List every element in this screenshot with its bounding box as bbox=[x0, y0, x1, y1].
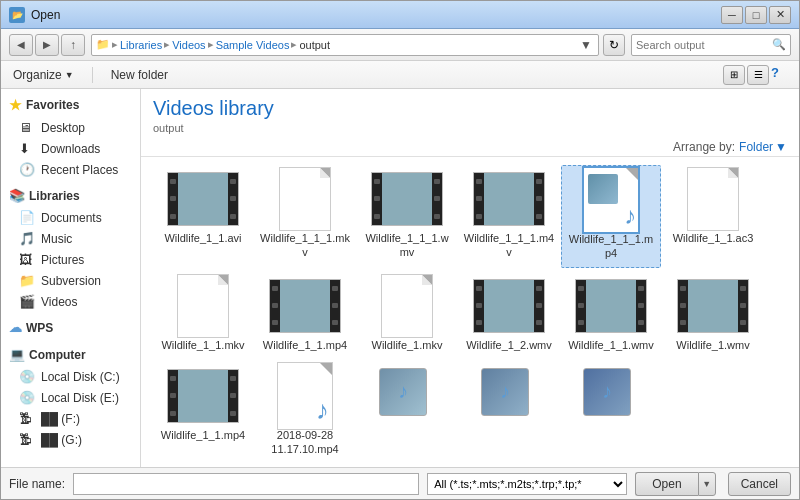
view-details-button[interactable]: ☰ bbox=[747, 65, 769, 85]
file-item-selected[interactable]: ♪ Wildlife_1_1_1.mp4 bbox=[561, 165, 661, 268]
filetype-select[interactable]: All (*.ts;*.mts;*.m2ts;*.trp;*.tp;* bbox=[427, 473, 627, 495]
sidebar-item-drive-g[interactable]: 🗜 ██ (G:) bbox=[1, 429, 140, 450]
arrange-value-text: Folder bbox=[739, 140, 773, 154]
computer-icon: 💻 bbox=[9, 347, 25, 362]
file-name: 2018-09-2811.17.10.mp4 bbox=[271, 428, 338, 457]
content-header: Videos library output bbox=[141, 89, 799, 138]
file-item[interactable]: Wildlife_1_1.mkv bbox=[153, 272, 253, 358]
file-item[interactable]: Wildlife_1_2.wmv bbox=[459, 272, 559, 358]
path-output[interactable]: output bbox=[299, 39, 330, 51]
refresh-button[interactable]: ↻ bbox=[603, 34, 625, 56]
file-item[interactable]: Wildlife_1_1.mp4 bbox=[153, 362, 253, 463]
drive-f-icon: 🗜 bbox=[19, 411, 35, 426]
sidebar-computer-header[interactable]: 💻 Computer bbox=[1, 343, 140, 366]
close-button[interactable]: ✕ bbox=[769, 6, 791, 24]
window-title: Open bbox=[31, 8, 60, 22]
forward-button[interactable]: ▶ bbox=[35, 34, 59, 56]
address-bar[interactable]: 📁 ▸ Libraries ▸ Videos ▸ Sample Videos ▸… bbox=[91, 34, 599, 56]
file-item[interactable]: Wildlife_1_1.avi bbox=[153, 165, 253, 268]
new-folder-button[interactable]: New folder bbox=[107, 66, 172, 84]
toolbar-divider bbox=[92, 67, 93, 83]
address-dropdown-icon[interactable]: ▼ bbox=[580, 38, 594, 52]
view-controls: ⊞ ☰ ? bbox=[723, 65, 791, 85]
sidebar-wps-header[interactable]: ☁ WPS bbox=[1, 316, 140, 339]
path-videos[interactable]: Videos bbox=[172, 39, 205, 51]
file-item[interactable]: ♪ bbox=[561, 362, 661, 463]
sidebar-item-subversion[interactable]: 📁 Subversion bbox=[1, 270, 140, 291]
cancel-button[interactable]: Cancel bbox=[728, 472, 791, 496]
open-button[interactable]: Open bbox=[635, 472, 697, 496]
path-libraries[interactable]: Libraries bbox=[120, 39, 162, 51]
sidebar-libraries-header[interactable]: 📚 Libraries bbox=[1, 184, 140, 207]
bottom-bar: File name: All (*.ts;*.mts;*.m2ts;*.trp;… bbox=[1, 467, 799, 499]
arrange-bar: Arrange by: Folder ▼ bbox=[141, 138, 799, 157]
sidebar-item-music-label: Music bbox=[41, 232, 72, 246]
sidebar-item-disk-e[interactable]: 💿 Local Disk (E:) bbox=[1, 387, 140, 408]
sidebar-item-desktop[interactable]: 🖥 Desktop bbox=[1, 117, 140, 138]
search-box[interactable]: 🔍 bbox=[631, 34, 791, 56]
file-item[interactable]: Wildlife_1_1_1.m4v bbox=[459, 165, 559, 268]
file-item[interactable]: Wildlife_1_1.ac3 bbox=[663, 165, 763, 268]
file-item[interactable]: Wildlife_1.mkv bbox=[357, 272, 457, 358]
file-name: Wildlife_1.mkv bbox=[372, 338, 443, 352]
drive-g-icon: 🗜 bbox=[19, 432, 35, 447]
sidebar-item-music[interactable]: 🎵 Music bbox=[1, 228, 140, 249]
sidebar-item-videos-label: Videos bbox=[41, 295, 77, 309]
file-item[interactable]: Wildlife_1_1_1.wmv bbox=[357, 165, 457, 268]
file-item[interactable]: Wildlife_1_1.mp4 bbox=[255, 272, 355, 358]
organize-label: Organize bbox=[13, 68, 62, 82]
file-item[interactable]: ♪ bbox=[459, 362, 559, 463]
file-item[interactable]: ♪ bbox=[357, 362, 457, 463]
recent-places-icon: 🕐 bbox=[19, 162, 35, 177]
sidebar-computer-section: 💻 Computer 💿 Local Disk (C:) 💿 Local Dis… bbox=[1, 343, 140, 450]
content-subtitle: output bbox=[153, 122, 787, 134]
sidebar-item-disk-c[interactable]: 💿 Local Disk (C:) bbox=[1, 366, 140, 387]
file-name: Wildlife_1_1_1.mp4 bbox=[569, 232, 653, 261]
sidebar-libraries-label: Libraries bbox=[29, 189, 80, 203]
content-title: Videos library bbox=[153, 97, 787, 120]
sidebar-item-pictures[interactable]: 🖼 Pictures bbox=[1, 249, 140, 270]
file-item[interactable]: Wildlife_1_1_1.mkv bbox=[255, 165, 355, 268]
action-bar: Organize ▼ New folder ⊞ ☰ ? bbox=[1, 61, 799, 89]
back-button[interactable]: ◀ bbox=[9, 34, 33, 56]
up-button[interactable]: ↑ bbox=[61, 34, 85, 56]
path-sample-videos[interactable]: Sample Videos bbox=[216, 39, 290, 51]
file-item[interactable]: ♪ 2018-09-2811.17.10.mp4 bbox=[255, 362, 355, 463]
file-item[interactable]: Wildlife_1_1.wmv bbox=[561, 272, 661, 358]
sidebar-item-drive-f-label: ██ (F:) bbox=[41, 412, 80, 426]
help-button[interactable]: ? bbox=[771, 65, 791, 85]
file-name: Wildlife_1_1_1.wmv bbox=[365, 231, 448, 260]
main-content: ★ Favorites 🖥 Desktop ⬇ Downloads 🕐 Rece… bbox=[1, 89, 799, 467]
file-name: Wildlife_1.wmv bbox=[676, 338, 749, 352]
sidebar: ★ Favorites 🖥 Desktop ⬇ Downloads 🕐 Rece… bbox=[1, 89, 141, 467]
maximize-button[interactable]: □ bbox=[745, 6, 767, 24]
file-grid: Wildlife_1_1.avi Wildlife_1_1_1.mkv bbox=[141, 157, 799, 467]
open-dropdown-arrow[interactable]: ▼ bbox=[698, 472, 716, 496]
sidebar-item-documents[interactable]: 📄 Documents bbox=[1, 207, 140, 228]
sidebar-favorites-header[interactable]: ★ Favorites bbox=[1, 93, 140, 117]
sidebar-item-subversion-label: Subversion bbox=[41, 274, 101, 288]
star-icon: ★ bbox=[9, 97, 22, 113]
videos-icon: 🎬 bbox=[19, 294, 35, 309]
sidebar-item-recent-places[interactable]: 🕐 Recent Places bbox=[1, 159, 140, 180]
minimize-button[interactable]: ─ bbox=[721, 6, 743, 24]
organize-button[interactable]: Organize ▼ bbox=[9, 66, 78, 84]
search-input[interactable] bbox=[636, 39, 772, 51]
window-icon: 📂 bbox=[9, 7, 25, 23]
navigation-toolbar: ◀ ▶ ↑ 📁 ▸ Libraries ▸ Videos ▸ Sample Vi… bbox=[1, 29, 799, 61]
sidebar-item-downloads[interactable]: ⬇ Downloads bbox=[1, 138, 140, 159]
arrange-dropdown-icon: ▼ bbox=[775, 140, 787, 154]
arrange-value[interactable]: Folder ▼ bbox=[739, 140, 787, 154]
sidebar-item-desktop-label: Desktop bbox=[41, 121, 85, 135]
music-icon: 🎵 bbox=[19, 231, 35, 246]
file-name: Wildlife_1_1.avi bbox=[164, 231, 241, 245]
content-area: Videos library output Arrange by: Folder… bbox=[141, 89, 799, 467]
sidebar-item-pictures-label: Pictures bbox=[41, 253, 84, 267]
libraries-icon: 📚 bbox=[9, 188, 25, 203]
disk-c-icon: 💿 bbox=[19, 369, 35, 384]
file-item[interactable]: Wildlife_1.wmv bbox=[663, 272, 763, 358]
sidebar-item-videos[interactable]: 🎬 Videos bbox=[1, 291, 140, 312]
filename-input[interactable] bbox=[73, 473, 419, 495]
sidebar-item-drive-f[interactable]: 🗜 ██ (F:) bbox=[1, 408, 140, 429]
view-toggle-button[interactable]: ⊞ bbox=[723, 65, 745, 85]
